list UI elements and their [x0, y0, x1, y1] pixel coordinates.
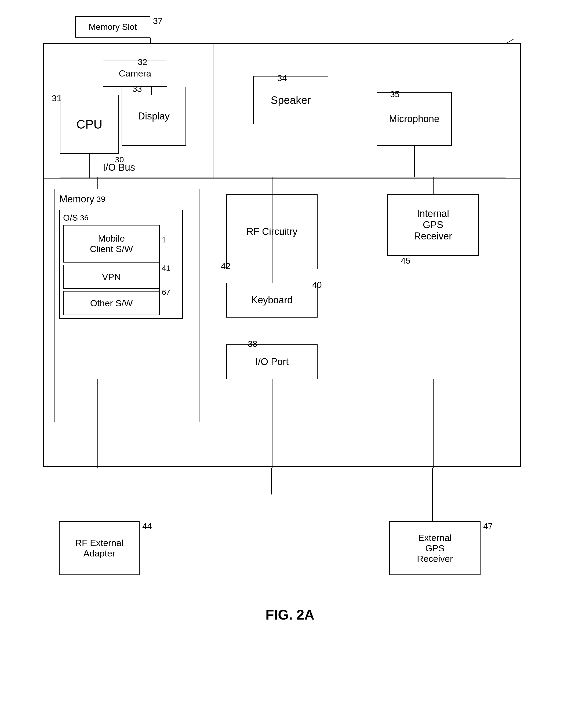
ref-41: 41 — [162, 264, 170, 272]
internal-gps-label: Internal GPS Receiver — [414, 208, 452, 242]
keyboard-box: Keyboard — [226, 283, 318, 317]
microphone-box: Microphone — [377, 92, 452, 146]
memory-slot-box: Memory Slot — [75, 16, 150, 37]
gps-line-v — [433, 177, 433, 194]
other-sw-label: Other S/W — [90, 298, 133, 308]
figure-caption-text: FIG. 2A — [265, 607, 314, 623]
keyboard-line-v — [272, 177, 272, 283]
keyboard-label: Keyboard — [251, 294, 293, 306]
horizontal-divider — [44, 178, 520, 179]
ref-31: 31 — [52, 94, 61, 103]
vpn-box: VPN — [63, 265, 160, 289]
memory-slot-label: Memory Slot — [88, 22, 137, 32]
microphone-label: Microphone — [389, 113, 440, 125]
ref-42: 42 — [221, 261, 231, 271]
rf-ext-line-v — [98, 379, 98, 468]
mobile-client-label: Mobile Client S/W — [90, 233, 133, 254]
external-gps-box: External GPS Receiver — [389, 521, 480, 575]
ext-gps-lower-v — [432, 468, 433, 521]
figure-caption: FIG. 2A — [43, 607, 537, 623]
rf-external-box: RF External Adapter — [59, 521, 140, 575]
rf-external-label: RF External Adapter — [75, 538, 124, 558]
ext-gps-line-v — [433, 379, 433, 468]
ref-37: 37 — [153, 16, 163, 26]
diagram-container: Memory Slot 37 2 Camera 32 CPU 31 Displa… — [43, 16, 537, 660]
rf-ext-lower-v — [97, 468, 97, 521]
ref-38: 38 — [248, 339, 258, 349]
ref-35: 35 — [390, 89, 400, 99]
mic-line-v — [414, 146, 415, 177]
ref-45: 45 — [401, 256, 411, 266]
cpu-box: CPU — [60, 95, 119, 154]
memory-line-v — [98, 177, 98, 189]
speaker-box: Speaker — [253, 76, 328, 124]
io-port-lower-v — [271, 468, 272, 494]
ref-40: 40 — [312, 280, 322, 290]
mobile-client-box: Mobile Client S/W — [63, 225, 160, 262]
ref-47: 47 — [483, 521, 493, 531]
ref-67: 67 — [162, 288, 170, 296]
vertical-divider-upper — [213, 44, 213, 178]
camera-line-v — [151, 87, 152, 95]
memory-label: Memory — [59, 193, 94, 205]
ref-44: 44 — [142, 521, 152, 531]
io-port-box: I/O Port — [226, 344, 318, 379]
display-line-v — [154, 146, 154, 177]
ref-34: 34 — [277, 73, 287, 83]
ref-36-inline: 36 — [80, 214, 88, 222]
brace-line — [159, 233, 160, 311]
io-bus-line — [60, 177, 505, 177]
io-port-label: I/O Port — [255, 356, 289, 367]
main-device-box: Camera 32 CPU 31 Display 33 30 I/O Bus S… — [43, 43, 521, 467]
vpn-label: VPN — [102, 272, 121, 282]
external-gps-label: External GPS Receiver — [417, 532, 453, 564]
memory-slot-line-v — [150, 37, 151, 44]
other-sw-box: Other S/W — [63, 291, 160, 315]
ref-1: 1 — [162, 236, 166, 244]
ref-39-inline: 39 — [96, 194, 105, 204]
ref-32: 32 — [138, 57, 148, 67]
internal-gps-box: Internal GPS Receiver — [387, 194, 479, 256]
cpu-label: CPU — [76, 117, 102, 132]
io-port-line-v — [272, 379, 272, 468]
ref-33: 33 — [132, 84, 142, 94]
camera-box: Camera — [103, 60, 167, 87]
io-bus-label: I/O Bus — [103, 162, 135, 173]
speaker-label: Speaker — [271, 94, 311, 106]
speaker-line-v — [291, 124, 291, 177]
os-label: O/S — [63, 213, 78, 223]
display-label: Display — [138, 111, 170, 122]
cpu-line-v — [89, 154, 90, 178]
display-box: Display — [122, 87, 186, 146]
camera-label: Camera — [119, 68, 151, 79]
memory-outer-box: Memory 39 O/S 36 Mobile Client S/W VPN — [54, 189, 200, 422]
